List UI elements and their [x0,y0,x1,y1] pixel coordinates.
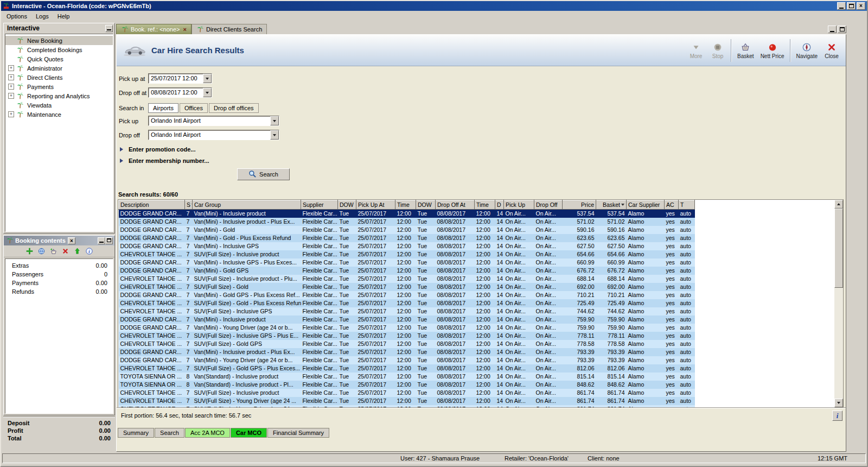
result-cell[interactable]: 12:00 [395,332,416,340]
result-cell[interactable]: 793.39 [563,356,596,364]
result-cell[interactable]: SUV(Full Size) - Inclusive product [193,250,301,258]
result-cell[interactable]: 25/07/2017 [356,299,395,307]
result-cell[interactable]: Van(Mini) - Inclusive product - Plus Ex.… [193,218,301,226]
result-cell[interactable]: Flexible Car... [301,250,338,258]
result-cell[interactable]: Van(Mini) - Gold GPS - Plus Excess Ref..… [193,291,301,299]
result-cell[interactable]: 7 [185,389,193,397]
result-cell[interactable]: yes [665,250,679,258]
result-cell[interactable]: Tue [416,389,436,397]
result-cell[interactable]: 12:00 [395,299,416,307]
result-cell[interactable]: 25/07/2017 [356,397,395,405]
result-cell[interactable]: Flexible Car... [301,381,338,389]
result-cell[interactable]: 08/08/2017 [436,291,475,299]
result-cell[interactable]: 25/07/2017 [356,307,395,315]
result-cell[interactable]: 12:00 [475,307,495,315]
result-cell[interactable]: 812.06 [563,364,596,373]
result-cell[interactable]: Tue [416,250,436,258]
result-cell[interactable]: Tue [338,275,356,283]
result-cell[interactable]: Flexible Car... [301,242,338,250]
result-cell[interactable]: Tue [338,299,356,307]
result-cell[interactable]: On Air... [504,210,534,218]
result-cell[interactable]: Tue [416,324,436,332]
result-cell[interactable]: Tue [338,307,356,315]
result-cell[interactable]: DODGE GRAND CAR... [119,258,185,267]
tab-direct-clients-search[interactable]: Direct Clients Search [192,24,267,34]
result-cell[interactable]: On Air... [534,267,563,275]
result-cell[interactable]: 676.72 [596,267,627,275]
result-cell[interactable]: 759.90 [596,315,627,324]
result-cell[interactable]: 12:00 [395,234,416,242]
result-cell[interactable]: yes [665,340,679,348]
result-cell[interactable]: Alamo [627,356,665,364]
result-cell[interactable]: Tue [338,340,356,348]
result-cell[interactable]: 688.14 [563,275,596,283]
result-cell[interactable]: Van(Mini) - Gold GPS [193,267,301,275]
result-cell[interactable]: 08/08/2017 [436,234,475,242]
pickup-dropdown-icon[interactable] [270,116,279,125]
result-cell[interactable]: Tue [416,291,436,299]
result-cell[interactable]: On Air... [504,258,534,267]
result-cell[interactable]: Alamo [627,275,665,283]
result-cell[interactable]: Tue [338,315,356,324]
globe-button[interactable] [38,248,45,255]
mdi-minimize-button[interactable] [828,26,837,33]
result-cell[interactable]: Flexible Car... [301,275,338,283]
result-cell[interactable]: Tue [338,381,356,389]
result-cell[interactable]: 7 [185,234,193,242]
result-row[interactable]: DODGE GRAND CAR...7Van(Mini) - Gold GPS … [119,291,695,299]
result-cell[interactable]: 08/08/2017 [436,258,475,267]
column-header-s-1[interactable]: S [185,200,193,210]
result-cell[interactable]: yes [665,283,679,291]
result-cell[interactable]: yes [665,315,679,324]
result-cell[interactable]: On Air... [504,234,534,242]
result-cell[interactable]: Van(Mini) - Inclusive product [193,315,301,324]
result-cell[interactable]: 14 [495,324,504,332]
membership-expander[interactable]: Enter membership number... [120,157,209,164]
result-cell[interactable]: CHEVROLET TAHOE ... [119,307,185,315]
result-cell[interactable]: 08/08/2017 [436,307,475,315]
result-cell[interactable]: Flexible Car... [301,267,338,275]
result-cell[interactable]: Tue [416,364,436,373]
result-cell[interactable]: Tue [416,258,436,267]
column-header-ac-16[interactable]: AC [665,200,679,210]
result-cell[interactable]: yes [665,397,679,405]
result-cell[interactable]: 14 [495,291,504,299]
result-cell[interactable]: 7 [185,210,193,218]
search-in-tab-offices[interactable]: Offices [180,103,208,113]
result-cell[interactable]: 25/07/2017 [356,242,395,250]
basket-button[interactable]: Basket [734,41,757,60]
sidebar-item-reporting-and-analytics[interactable]: +Reporting and Analytics [5,91,113,100]
result-cell[interactable]: 14 [495,315,504,324]
result-cell[interactable]: 12:00 [395,324,416,332]
result-cell[interactable]: 25/07/2017 [356,364,395,373]
result-cell[interactable]: 25/07/2017 [356,332,395,340]
result-cell[interactable]: Tue [338,397,356,405]
result-cell[interactable]: 08/08/2017 [436,299,475,307]
result-cell[interactable]: Tue [416,218,436,226]
result-cell[interactable]: 7 [185,250,193,258]
result-cell[interactable]: Flexible Car... [301,299,338,307]
bottom-tab-summary[interactable]: Summary [118,428,154,438]
result-cell[interactable]: Van(Mini) - Inclusive GPS - Plus Exces..… [193,258,301,267]
result-cell[interactable]: 12:00 [475,315,495,324]
result-cell[interactable]: On Air... [504,315,534,324]
result-cell[interactable]: 861.74 [563,397,596,405]
result-cell[interactable]: 7 [185,242,193,250]
result-cell[interactable]: Van(Mini) - Inclusive GPS [193,242,301,250]
result-cell[interactable]: 12:00 [395,226,416,234]
result-cell[interactable]: 759.90 [563,315,596,324]
result-cell[interactable]: SUV(Full Size) - Inclusive GPS [193,307,301,315]
result-cell[interactable]: auto [679,373,695,381]
result-cell[interactable]: 12:00 [395,267,416,275]
result-cell[interactable]: Tue [416,275,436,283]
result-cell[interactable]: 12:00 [475,348,495,356]
expand-icon[interactable]: + [8,111,14,117]
result-cell[interactable]: 14 [495,381,504,389]
result-cell[interactable]: Tue [416,315,436,324]
result-cell[interactable]: 692.00 [563,283,596,291]
vertical-scrollbar[interactable] [834,200,843,407]
result-cell[interactable]: 12:00 [475,389,495,397]
result-cell[interactable]: Alamo [627,332,665,340]
result-cell[interactable]: 7 [185,218,193,226]
result-cell[interactable]: 12:00 [475,356,495,364]
